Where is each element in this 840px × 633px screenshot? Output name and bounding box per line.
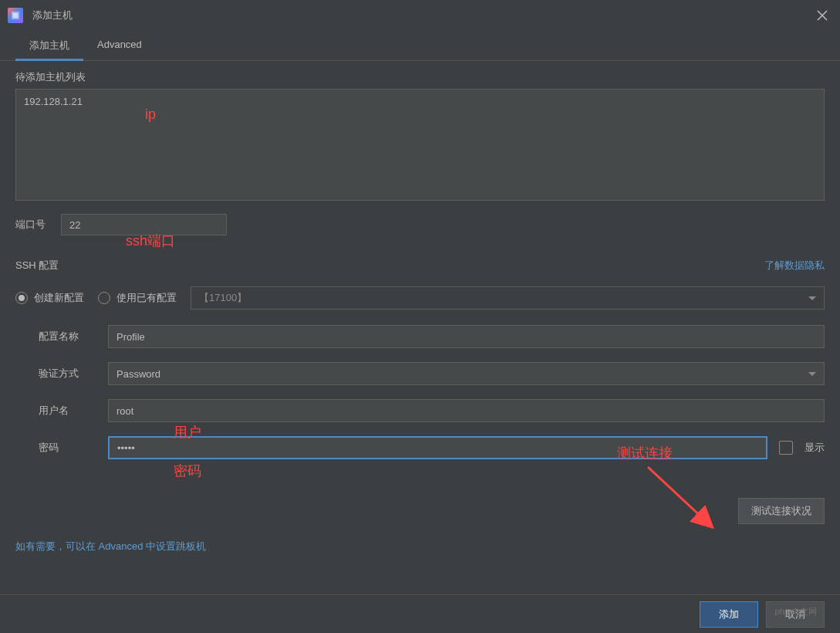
username-label: 用户名 — [39, 404, 108, 418]
auth-type-label: 验证方式 — [39, 367, 108, 381]
auth-type-select[interactable]: Password — [108, 362, 825, 385]
port-label: 端口号 — [15, 218, 46, 232]
profile-select[interactable]: 【17100】 — [191, 286, 825, 310]
password-label: 密码 — [39, 441, 108, 455]
radio-existing-label: 使用已有配置 — [116, 291, 177, 305]
profile-select-value: 【17100】 — [199, 291, 247, 305]
radio-icon — [98, 292, 110, 304]
radio-existing-config[interactable]: 使用已有配置 — [98, 291, 177, 305]
auth-type-value: Password — [116, 368, 160, 380]
show-password-checkbox[interactable] — [779, 441, 793, 455]
host-list-label: 待添加主机列表 — [15, 70, 825, 84]
privacy-link[interactable]: 了解数据隐私 — [764, 259, 825, 272]
show-password-label: 显示 — [805, 441, 825, 455]
app-icon — [8, 8, 23, 23]
profile-name-label: 配置名称 — [39, 330, 108, 344]
radio-new-config[interactable]: 创建新配置 — [15, 291, 84, 305]
radio-icon — [15, 292, 28, 304]
svg-rect-1 — [13, 13, 19, 19]
chevron-down-icon — [808, 296, 816, 300]
chevron-down-icon — [808, 372, 816, 376]
profile-name-input[interactable] — [108, 325, 825, 348]
test-connection-button[interactable]: 测试连接状况 — [738, 498, 825, 524]
radio-new-label: 创建新配置 — [34, 291, 84, 305]
tab-add-host[interactable]: 添加主机 — [15, 31, 83, 60]
close-icon[interactable] — [816, 9, 828, 24]
port-input[interactable] — [61, 214, 227, 235]
username-input[interactable] — [108, 399, 825, 422]
watermark: php 中文网 — [775, 606, 817, 618]
password-input[interactable] — [108, 436, 767, 459]
host-list-input[interactable] — [15, 89, 825, 201]
add-button[interactable]: 添加 — [700, 601, 758, 628]
tab-advanced[interactable]: Advanced — [83, 31, 156, 60]
window-title: 添加主机 — [32, 8, 73, 22]
hint-text: 如有需要，可以在 Advanced 中设置跳板机 — [15, 540, 825, 553]
ssh-config-label: SSH 配置 — [15, 259, 59, 272]
